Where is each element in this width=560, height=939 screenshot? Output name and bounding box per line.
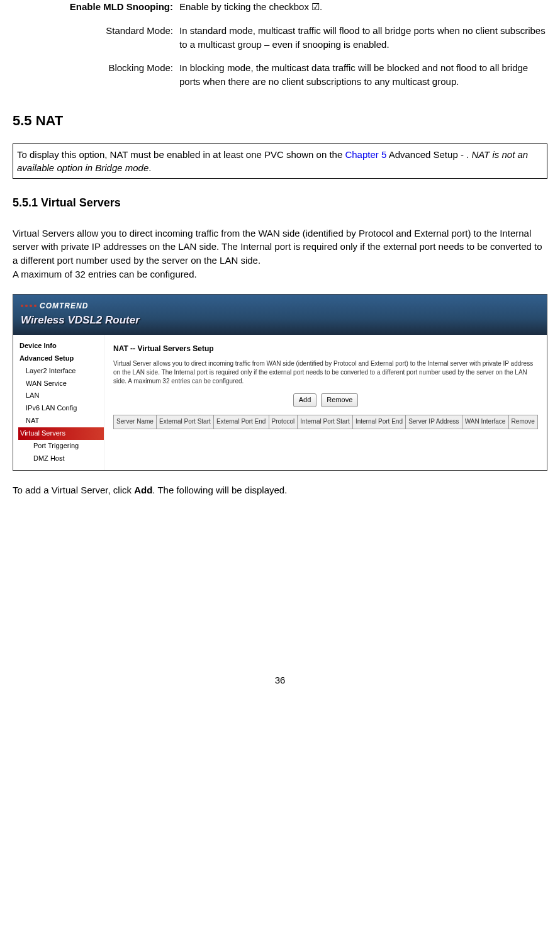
screenshot-main: NAT -- Virtual Servers Setup Virtual Ser… <box>104 335 547 470</box>
brand-row: COMTREND <box>21 301 140 312</box>
note-text: . <box>148 162 151 173</box>
text: To add a Virtual Server, click <box>13 485 134 495</box>
nav-lan[interactable]: LAN <box>18 390 104 402</box>
note-link[interactable]: Chapter 5 <box>345 149 386 160</box>
virtual-servers-table: Server Name External Port Start External… <box>113 415 538 429</box>
text: . The following will be displayed. <box>152 485 287 495</box>
remove-button[interactable]: Remove <box>321 393 358 407</box>
col-ext-port-start: External Port Start <box>157 415 214 429</box>
def-row-standard-mode: Standard Mode: In standard mode, multica… <box>13 24 547 52</box>
def-desc: In blocking mode, the multicast data tra… <box>179 61 547 89</box>
paragraph: Virtual Servers allow you to direct inco… <box>13 227 547 281</box>
nav-virtual-servers[interactable]: Virtual Servers <box>18 427 104 440</box>
product-text: Wireless VDSL2 Router <box>21 313 140 329</box>
nav-dmz-host[interactable]: DMZ Host <box>18 453 104 465</box>
table-header-row: Server Name External Port Start External… <box>114 415 538 429</box>
col-int-port-start: Internal Port Start <box>298 415 353 429</box>
note-text: Advanced Setup - . <box>386 149 471 160</box>
paragraph-add-instruction: To add a Virtual Server, click Add. The … <box>13 483 547 497</box>
nav-ipv6-lan[interactable]: IPv6 LAN Config <box>18 402 104 415</box>
nav-port-triggering[interactable]: Port Triggering <box>18 440 104 453</box>
note-box: To display this option, NAT must be enab… <box>13 143 547 179</box>
screenshot-buttons: Add Remove <box>113 393 538 407</box>
page-number: 36 <box>13 673 547 687</box>
col-int-port-end: Internal Port End <box>352 415 405 429</box>
col-remove: Remove <box>508 415 537 429</box>
def-label: Enable MLD Snooping: <box>13 0 179 14</box>
col-server-name: Server Name <box>114 415 157 429</box>
def-row-blocking-mode: Blocking Mode: In blocking mode, the mul… <box>13 61 547 89</box>
screenshot-main-title: NAT -- Virtual Servers Setup <box>113 344 538 354</box>
screenshot-body: Device Info Advanced Setup Layer2 Interf… <box>13 335 547 470</box>
def-row-mld-snooping: Enable MLD Snooping: Enable by ticking t… <box>13 0 547 14</box>
def-desc: In standard mode, multicast traffic will… <box>179 24 547 52</box>
def-label: Standard Mode: <box>13 24 179 52</box>
col-wan-interface: WAN Interface <box>462 415 508 429</box>
nav-device-info[interactable]: Device Info <box>18 340 104 352</box>
definition-list: Enable MLD Snooping: Enable by ticking t… <box>13 0 547 89</box>
sidebar-nav: Device Info Advanced Setup Layer2 Interf… <box>13 335 104 470</box>
logo-dots-icon <box>21 305 36 307</box>
nav-wan-service[interactable]: WAN Service <box>18 378 104 390</box>
heading-nat: 5.5 NAT <box>13 111 547 131</box>
add-button[interactable]: Add <box>293 393 317 407</box>
def-desc: Enable by ticking the checkbox ☑. <box>179 0 547 14</box>
nav-layer2[interactable]: Layer2 Interface <box>18 365 104 378</box>
brand-text: COMTREND <box>40 301 88 312</box>
nav-nat[interactable]: NAT <box>18 415 104 427</box>
screenshot-header: COMTREND Wireless VDSL2 Router <box>13 295 547 335</box>
def-label: Blocking Mode: <box>13 61 179 89</box>
col-ext-port-end: External Port End <box>213 415 269 429</box>
add-bold: Add <box>134 485 152 495</box>
router-screenshot: COMTREND Wireless VDSL2 Router Device In… <box>13 294 547 471</box>
logo-block: COMTREND Wireless VDSL2 Router <box>21 301 140 329</box>
screenshot-main-desc: Virtual Server allows you to direct inco… <box>113 359 538 386</box>
col-protocol: Protocol <box>269 415 298 429</box>
nav-advanced-setup[interactable]: Advanced Setup <box>18 352 104 365</box>
note-text: To display this option, NAT must be enab… <box>17 149 345 160</box>
heading-virtual-servers: 5.5.1 Virtual Servers <box>13 194 547 211</box>
col-server-ip: Server IP Address <box>406 415 462 429</box>
